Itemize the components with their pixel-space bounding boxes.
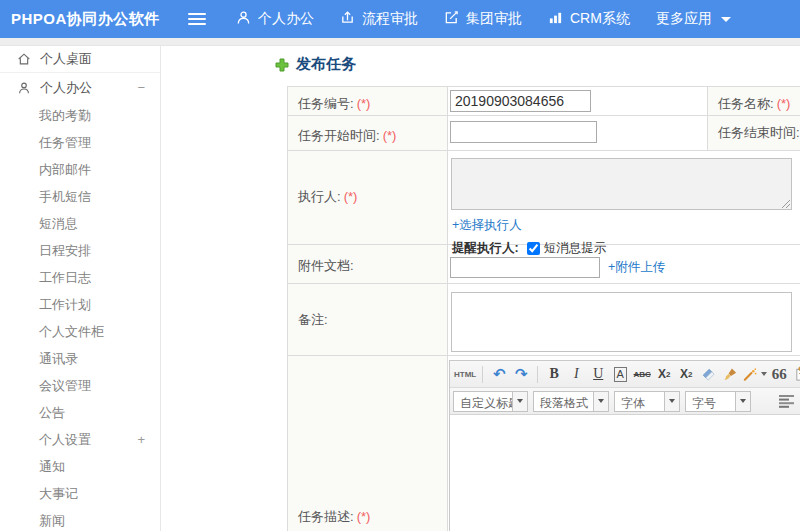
- process-approval-icon: [340, 10, 362, 28]
- heading-select[interactable]: 自定义标题: [453, 391, 528, 412]
- collapse-icon[interactable]: −: [137, 80, 145, 95]
- edit-square-icon: [444, 10, 466, 28]
- sidebar-item-news[interactable]: 新闻: [0, 507, 160, 531]
- start-time-label: 任务开始时间:: [298, 128, 380, 143]
- rich-text-editor: HTML ↶ ↷ B I U A ABC X2 X2: [449, 360, 800, 531]
- sidebar-submenu: 我的考勤 任务管理 内部邮件 手机短信 短消息 日程安排 工作日志 工作计划 个…: [0, 102, 160, 531]
- required-mark: (*): [357, 96, 371, 111]
- caret-down-icon: [593, 392, 608, 411]
- nav-label: CRM系统: [570, 10, 630, 28]
- caret-down-icon: [761, 372, 767, 376]
- underline-button[interactable]: U: [588, 364, 608, 384]
- sidebar-item-label: 个人设置: [39, 426, 91, 453]
- top-nav: 个人办公 流程审批 集团审批 CRM系统 更多应用: [236, 10, 757, 28]
- font-size-select[interactable]: 字号: [685, 391, 751, 412]
- nav-label: 集团审批: [466, 10, 522, 28]
- attachment-upload-link[interactable]: +附件上传: [608, 259, 665, 276]
- nav-crm-system[interactable]: CRM系统: [548, 10, 630, 28]
- undo-icon[interactable]: ↶: [489, 364, 509, 384]
- sidebar-item-label: 日程安排: [39, 237, 91, 264]
- italic-button[interactable]: I: [566, 364, 586, 384]
- sidebar-item-attendance[interactable]: 我的考勤: [0, 102, 160, 129]
- nav-process-approval[interactable]: 流程审批: [340, 10, 418, 28]
- sidebar-item-personal-settings[interactable]: 个人设置+: [0, 426, 160, 453]
- sidebar-item-work-log[interactable]: 工作日志: [0, 264, 160, 291]
- remark-label: 备注:: [298, 312, 328, 327]
- sidebar-item-contacts[interactable]: 通讯录: [0, 345, 160, 372]
- nav-more-apps[interactable]: 更多应用: [656, 10, 731, 28]
- sidebar-item-notice[interactable]: 通知: [0, 453, 160, 480]
- sidebar-item-label: 新闻: [39, 507, 65, 531]
- eraser-icon[interactable]: [698, 364, 718, 384]
- sidebar-item-label: 我的考勤: [39, 102, 91, 129]
- sidebar-group-personal-office[interactable]: 个人办公 −: [0, 73, 160, 102]
- sidebar-item-label: 内部邮件: [39, 156, 91, 183]
- sidebar-item-label: 手机短信: [39, 183, 91, 210]
- expand-icon[interactable]: +: [137, 426, 145, 453]
- form-row-remark: 备注:: [288, 284, 800, 356]
- sidebar-item-sms[interactable]: 手机短信: [0, 183, 160, 210]
- remark-textarea[interactable]: [451, 292, 792, 352]
- blockquote-button[interactable]: 66: [769, 364, 789, 384]
- sidebar-item-short-message[interactable]: 短消息: [0, 210, 160, 237]
- description-label: 任务描述:: [298, 509, 354, 524]
- sidebar: 个人桌面 个人办公 − 我的考勤 任务管理 内部邮件 手机短信 短消息 日程安排…: [0, 46, 161, 531]
- nav-personal-office[interactable]: 个人办公: [236, 10, 314, 28]
- caret-down-icon: [721, 17, 731, 22]
- redo-icon[interactable]: ↷: [511, 364, 531, 384]
- format-brush-icon[interactable]: [720, 364, 740, 384]
- app-logo: PHPOA协同办公软件: [0, 10, 178, 29]
- paste-icon[interactable]: T: [791, 364, 800, 384]
- editor-toolbar-row1: HTML ↶ ↷ B I U A ABC X2 X2: [450, 361, 800, 388]
- page-title: 发布任务: [275, 55, 356, 74]
- sidebar-item-label: 任务管理: [39, 129, 91, 156]
- description-edit-area[interactable]: [450, 415, 800, 531]
- attachment-label: 附件文档:: [298, 258, 354, 273]
- sidebar-item-desktop[interactable]: 个人桌面: [0, 46, 160, 73]
- sidebar-item-announcement[interactable]: 公告: [0, 399, 160, 426]
- nav-label: 流程审批: [362, 10, 418, 28]
- html-source-button[interactable]: HTML: [454, 364, 476, 384]
- subscript-button[interactable]: X2: [676, 364, 696, 384]
- nav-group-approval[interactable]: 集团审批: [444, 10, 522, 28]
- highlight-wand-icon[interactable]: [742, 364, 767, 384]
- sidebar-item-meeting[interactable]: 会议管理: [0, 372, 160, 399]
- resize-grip[interactable]: [780, 198, 790, 208]
- sidebar-item-label: 工作计划: [39, 291, 91, 318]
- main-content: 发布任务 任务编号:(*) 任务名称:(*) 任务开始时间:(*) 任务结束时间…: [161, 46, 800, 531]
- end-time-label: 任务结束时间:: [718, 125, 800, 140]
- form-row-start-time: 任务开始时间:(*) 任务结束时间:(*): [288, 116, 800, 151]
- sidebar-item-schedule[interactable]: 日程安排: [0, 237, 160, 264]
- hamburger-menu-icon[interactable]: [188, 10, 206, 28]
- required-mark: (*): [344, 189, 358, 204]
- sidebar-item-work-plan[interactable]: 工作计划: [0, 291, 160, 318]
- sidebar-group-label: 个人办公: [40, 79, 92, 97]
- bold-button[interactable]: B: [544, 364, 564, 384]
- sidebar-item-internal-mail[interactable]: 内部邮件: [0, 156, 160, 183]
- nav-label: 个人办公: [258, 10, 314, 28]
- attachment-input[interactable]: [450, 257, 600, 278]
- person-icon: [17, 81, 31, 95]
- sidebar-item-label: 工作日志: [39, 264, 91, 291]
- font-style-button[interactable]: A: [610, 364, 630, 384]
- start-time-input[interactable]: [450, 121, 597, 143]
- sidebar-item-label: 个人桌面: [40, 50, 92, 68]
- plus-icon: [275, 58, 289, 72]
- font-family-select[interactable]: 字体: [614, 391, 680, 412]
- paragraph-format-select[interactable]: 段落格式: [533, 391, 609, 412]
- align-left-icon[interactable]: [776, 391, 796, 411]
- superscript-button[interactable]: X2: [654, 364, 674, 384]
- sidebar-item-memorabilia[interactable]: 大事记: [0, 480, 160, 507]
- form-row-executor: 执行人:(*) +选择执行人 提醒执行人: 短消息提示: [288, 151, 800, 245]
- strikethrough-button[interactable]: ABC: [632, 364, 652, 384]
- user-icon: [236, 10, 258, 28]
- task-number-input[interactable]: [450, 90, 591, 112]
- sidebar-item-file-cabinet[interactable]: 个人文件柜: [0, 318, 160, 345]
- choose-executor-link[interactable]: +选择执行人: [452, 218, 522, 232]
- nav-label: 更多应用: [656, 10, 712, 28]
- executor-textarea[interactable]: [451, 158, 792, 210]
- sidebar-item-task-management[interactable]: 任务管理: [0, 129, 160, 156]
- sidebar-item-label: 通讯录: [39, 345, 78, 372]
- task-number-label: 任务编号:: [298, 96, 354, 111]
- sidebar-item-label: 短消息: [39, 210, 78, 237]
